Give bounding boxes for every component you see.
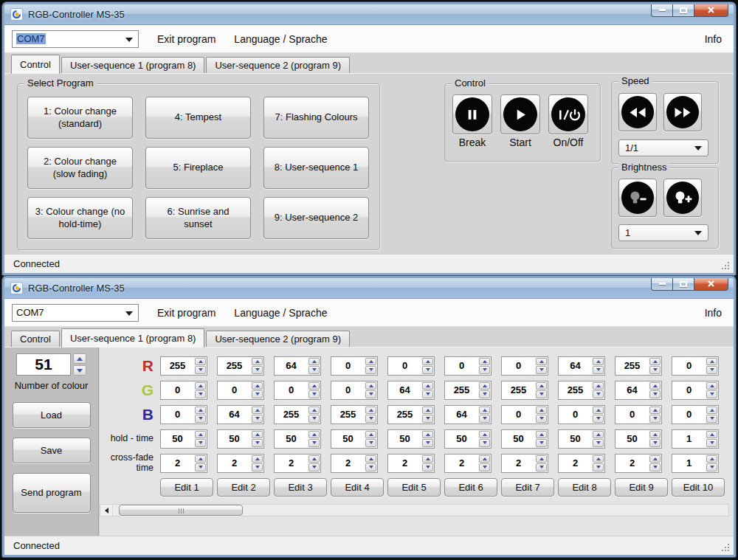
- menu-info[interactable]: Info: [705, 33, 722, 45]
- menu-info[interactable]: Info: [705, 307, 722, 319]
- seq-hold-10-spinner[interactable]: 1: [672, 429, 719, 449]
- speed-select[interactable]: 1/1: [618, 139, 708, 156]
- seq-fade-1-spinner[interactable]: 2: [160, 454, 207, 473]
- on-off-button[interactable]: [548, 94, 588, 134]
- program-button-2[interactable]: 2: Colour change (slow fading): [27, 147, 133, 189]
- spin-down-button[interactable]: [252, 390, 263, 398]
- edit-button-7[interactable]: Edit 7: [501, 478, 554, 497]
- spin-up-button[interactable]: [593, 431, 604, 439]
- spin-down-button[interactable]: [73, 365, 86, 376]
- spin-down-button[interactable]: [536, 390, 547, 398]
- spin-up-button[interactable]: [536, 382, 547, 390]
- spin-up-button[interactable]: [422, 455, 433, 463]
- seq-b-10-spinner[interactable]: 0: [672, 405, 719, 424]
- seq-fade-4-spinner[interactable]: 2: [331, 454, 378, 473]
- seq-g-3-spinner[interactable]: 0: [274, 381, 321, 400]
- spin-up-button[interactable]: [365, 407, 376, 415]
- spin-up-button[interactable]: [536, 407, 547, 415]
- spin-down-button[interactable]: [649, 390, 661, 398]
- start-button[interactable]: [500, 94, 540, 134]
- seq-hold-3-spinner[interactable]: 50: [274, 429, 321, 449]
- menu-language[interactable]: Language / Sprache: [234, 33, 327, 45]
- spin-up-button[interactable]: [649, 382, 661, 390]
- spin-down-button[interactable]: [706, 463, 717, 471]
- colour-count-field[interactable]: 51: [16, 353, 71, 376]
- tab-control[interactable]: Control: [11, 55, 60, 74]
- spin-down-button[interactable]: [252, 366, 263, 374]
- spin-up-button[interactable]: [649, 407, 661, 415]
- seq-fade-7-spinner[interactable]: 2: [501, 454, 548, 473]
- edit-button-2[interactable]: Edit 2: [217, 478, 270, 497]
- spin-down-button[interactable]: [649, 463, 661, 471]
- spin-up-button[interactable]: [479, 382, 490, 390]
- spin-up-button[interactable]: [479, 358, 490, 366]
- spin-down-button[interactable]: [308, 463, 320, 471]
- scroll-left-button[interactable]: [100, 505, 113, 516]
- spin-up-button[interactable]: [422, 358, 433, 366]
- seq-r-7-spinner[interactable]: 0: [501, 356, 548, 376]
- seq-b-8-spinner[interactable]: 0: [558, 405, 605, 424]
- seq-fade-2-spinner[interactable]: 2: [217, 454, 264, 473]
- spin-down-button[interactable]: [536, 415, 547, 423]
- seq-r-3-spinner[interactable]: 64: [274, 356, 321, 376]
- seq-g-8-spinner[interactable]: 255: [558, 381, 605, 400]
- spin-up-button[interactable]: [308, 382, 320, 390]
- spin-up-button[interactable]: [649, 431, 661, 439]
- tab-user-sequence-1-program-8[interactable]: User-sequence 1 (program 8): [61, 57, 205, 73]
- spin-down-button[interactable]: [593, 439, 604, 447]
- minimize-button[interactable]: [651, 277, 673, 291]
- seq-g-6-spinner[interactable]: 255: [444, 381, 492, 400]
- spin-down-button[interactable]: [479, 366, 490, 374]
- spin-down-button[interactable]: [536, 439, 547, 447]
- seq-fade-5-spinner[interactable]: 2: [387, 454, 435, 473]
- spin-up-button[interactable]: [308, 455, 320, 463]
- spin-up-button[interactable]: [593, 358, 604, 366]
- spin-up-button[interactable]: [195, 431, 206, 439]
- seq-g-9-spinner[interactable]: 64: [615, 381, 662, 400]
- brightness-down-button[interactable]: [618, 179, 657, 217]
- spin-up-button[interactable]: [252, 382, 263, 390]
- program-button-7[interactable]: 7: Flashing Colours: [263, 97, 369, 139]
- spin-down-button[interactable]: [252, 463, 263, 471]
- spin-up-button[interactable]: [252, 431, 263, 439]
- menu-exit-program[interactable]: Exit program: [157, 307, 215, 319]
- spin-down-button[interactable]: [422, 463, 433, 471]
- program-button-3[interactable]: 3: Colour change (no hold-time): [27, 197, 133, 239]
- spin-down-button[interactable]: [706, 390, 717, 398]
- minimize-button[interactable]: [651, 4, 673, 17]
- spin-down-button[interactable]: [479, 463, 490, 471]
- load-button[interactable]: Load: [13, 402, 91, 428]
- seq-fade-6-spinner[interactable]: 2: [444, 454, 492, 473]
- maximize-button[interactable]: [673, 4, 694, 17]
- spin-up-button[interactable]: [706, 382, 717, 390]
- spin-down-button[interactable]: [195, 390, 206, 398]
- spin-down-button[interactable]: [649, 366, 661, 374]
- seq-hold-6-spinner[interactable]: 50: [444, 429, 492, 449]
- spin-down-button[interactable]: [365, 415, 376, 423]
- seq-g-1-spinner[interactable]: 0: [160, 381, 207, 400]
- send-program-button[interactable]: Send program: [13, 473, 91, 513]
- speed-up-button[interactable]: [663, 93, 702, 131]
- spin-down-button[interactable]: [706, 415, 717, 423]
- spin-up-button[interactable]: [365, 382, 376, 390]
- spin-up-button[interactable]: [649, 358, 661, 366]
- spin-up-button[interactable]: [479, 407, 490, 415]
- spin-up-button[interactable]: [536, 431, 547, 439]
- spin-up-button[interactable]: [252, 358, 263, 366]
- seq-b-4-spinner[interactable]: 255: [331, 405, 378, 424]
- close-button[interactable]: [694, 4, 728, 17]
- seq-b-2-spinner[interactable]: 64: [217, 405, 264, 424]
- tab-user-sequence-2-program-9[interactable]: User-sequence 2 (program 9): [206, 331, 350, 347]
- spin-up-button[interactable]: [195, 382, 206, 390]
- spin-up-button[interactable]: [706, 455, 717, 463]
- program-button-8[interactable]: 8: User-sequence 1: [263, 147, 369, 189]
- program-button-6[interactable]: 6: Sunrise and sunset: [145, 197, 251, 239]
- spin-up-button[interactable]: [479, 455, 490, 463]
- seq-hold-8-spinner[interactable]: 50: [558, 429, 605, 449]
- spin-up-button[interactable]: [706, 431, 717, 439]
- horizontal-scrollbar[interactable]: [100, 504, 729, 516]
- seq-g-10-spinner[interactable]: 0: [672, 381, 719, 400]
- seq-b-3-spinner[interactable]: 255: [274, 405, 321, 424]
- program-button-4[interactable]: 4: Tempest: [145, 97, 251, 139]
- seq-r-5-spinner[interactable]: 0: [387, 356, 435, 376]
